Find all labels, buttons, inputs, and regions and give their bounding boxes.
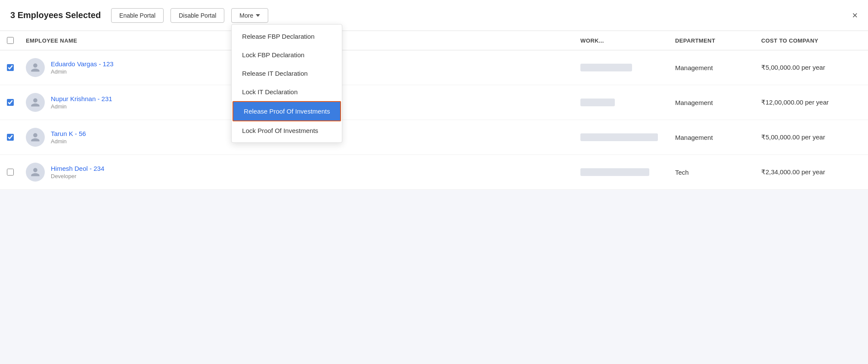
table-row: Nupur Krishnan - 231 Admin Management ₹1…	[0, 85, 868, 120]
close-button[interactable]: ×	[852, 11, 858, 20]
row-checkbox-cell	[0, 134, 21, 141]
table-row: Tarun K - 56 Admin Management ₹5,00,000.…	[0, 120, 868, 155]
employee-name[interactable]: Tarun K - 56	[51, 130, 86, 137]
workload-cell	[575, 64, 670, 71]
workload-bar	[580, 133, 658, 141]
select-all-checkbox[interactable]	[7, 37, 14, 44]
ctc-cell: ₹5,00,000.00 per year	[756, 64, 868, 71]
employee-role: Admin	[51, 68, 114, 75]
user-icon	[30, 62, 40, 73]
employee-role: Admin	[51, 138, 86, 145]
row-2-checkbox[interactable]	[7, 99, 14, 106]
chevron-down-icon	[256, 14, 260, 17]
more-dropdown-wrapper: More Release FBP Declaration Lock FBP De…	[231, 8, 268, 23]
avatar	[26, 93, 45, 112]
employee-table: EMPLOYEE NAME WORK... DEPARTMENT COST TO…	[0, 31, 868, 190]
header-checkbox-cell	[0, 37, 21, 44]
dropdown-item-lock-fbp[interactable]: Lock FBP Declaration	[232, 46, 342, 64]
avatar	[26, 58, 45, 77]
workload-cell	[575, 133, 670, 141]
disable-portal-button[interactable]: Disable Portal	[170, 8, 224, 23]
employee-info: Eduardo Vargas - 123 Admin	[51, 60, 114, 75]
avatar	[26, 163, 45, 182]
employee-name[interactable]: Nupur Krishnan - 231	[51, 95, 112, 102]
enable-portal-button[interactable]: Enable Portal	[111, 8, 164, 23]
table-row: Eduardo Vargas - 123 Admin Management ₹5…	[0, 50, 868, 85]
user-icon	[30, 167, 40, 177]
selected-count: 3 Employees Selected	[10, 10, 101, 20]
workload-bar	[580, 168, 649, 176]
row-checkbox-cell	[0, 169, 21, 176]
department-cell: Management	[670, 99, 756, 106]
workload-cell	[575, 168, 670, 176]
row-4-checkbox[interactable]	[7, 169, 14, 176]
more-label: More	[239, 12, 253, 19]
department-cell: Management	[670, 134, 756, 141]
row-1-checkbox[interactable]	[7, 64, 14, 71]
employee-name[interactable]: Eduardo Vargas - 123	[51, 60, 114, 68]
header-work: WORK...	[575, 37, 670, 44]
user-icon	[30, 97, 40, 108]
employee-cell: Himesh Deol - 234 Developer	[21, 163, 575, 182]
dropdown-item-release-it[interactable]: Release IT Declaration	[232, 64, 342, 83]
department-cell: Tech	[670, 169, 756, 176]
top-bar: 3 Employees Selected Enable Portal Disab…	[0, 0, 868, 31]
workload-bar	[580, 64, 632, 71]
table-header: EMPLOYEE NAME WORK... DEPARTMENT COST TO…	[0, 31, 868, 50]
employee-info: Tarun K - 56 Admin	[51, 130, 86, 145]
department-cell: Management	[670, 64, 756, 71]
header-ctc: COST TO COMPANY	[756, 37, 868, 44]
row-3-checkbox[interactable]	[7, 134, 14, 141]
avatar	[26, 128, 45, 147]
workload-bar	[580, 99, 615, 106]
row-checkbox-cell	[0, 99, 21, 106]
employee-role: Admin	[51, 103, 112, 110]
table-row: Himesh Deol - 234 Developer Tech ₹2,34,0…	[0, 155, 868, 190]
dropdown-item-lock-it[interactable]: Lock IT Declaration	[232, 83, 342, 101]
row-checkbox-cell	[0, 64, 21, 71]
employee-role: Developer	[51, 173, 104, 179]
dropdown-item-release-poi[interactable]: Release Proof Of Investments	[232, 101, 341, 121]
employee-name[interactable]: Himesh Deol - 234	[51, 165, 104, 172]
ctc-cell: ₹2,34,000.00 per year	[756, 168, 868, 176]
dropdown-item-lock-poi[interactable]: Lock Proof Of Investments	[232, 121, 342, 140]
user-icon	[30, 132, 40, 142]
workload-cell	[575, 99, 670, 106]
header-department: DEPARTMENT	[670, 37, 756, 44]
ctc-cell: ₹5,00,000.00 per year	[756, 133, 868, 141]
employee-info: Himesh Deol - 234 Developer	[51, 165, 104, 179]
more-button[interactable]: More	[231, 8, 268, 23]
dropdown-item-release-fbp[interactable]: Release FBP Declaration	[232, 27, 342, 46]
ctc-cell: ₹12,00,000.00 per year	[756, 99, 868, 106]
more-dropdown-menu: Release FBP Declaration Lock FBP Declara…	[231, 24, 342, 143]
employee-info: Nupur Krishnan - 231 Admin	[51, 95, 112, 110]
